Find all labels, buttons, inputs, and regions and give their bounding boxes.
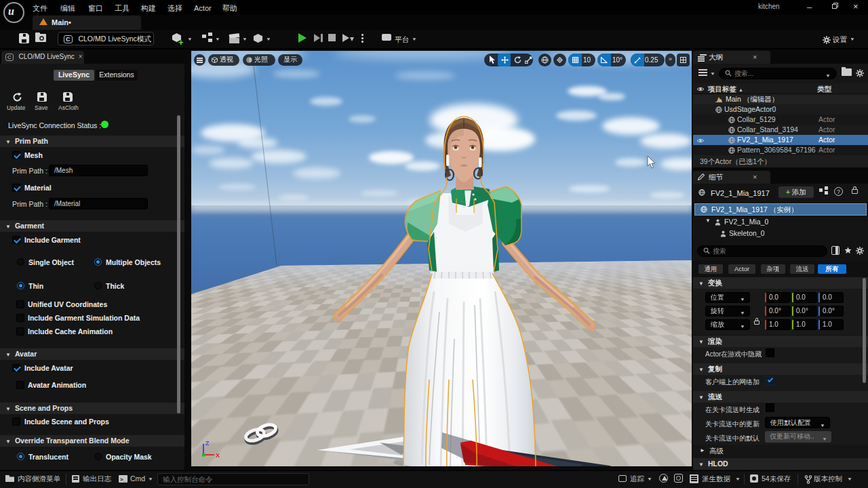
svg-text:X: X [216,452,220,459]
svg-text:Z: Z [205,440,210,447]
